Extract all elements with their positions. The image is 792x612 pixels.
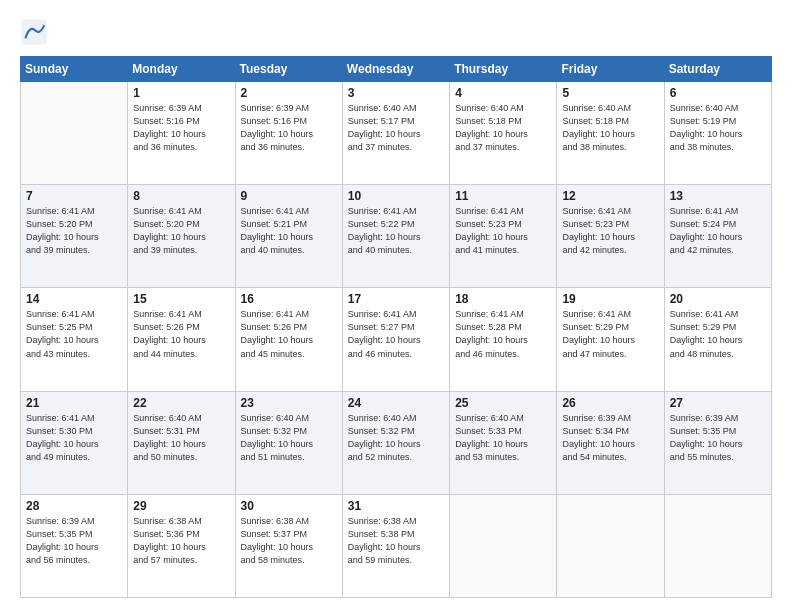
day-info: Sunrise: 6:41 AM Sunset: 5:23 PM Dayligh… bbox=[562, 205, 658, 257]
calendar-day-header: Saturday bbox=[664, 57, 771, 82]
calendar-cell bbox=[664, 494, 771, 597]
day-number: 4 bbox=[455, 86, 551, 100]
day-info: Sunrise: 6:41 AM Sunset: 5:25 PM Dayligh… bbox=[26, 308, 122, 360]
day-number: 15 bbox=[133, 292, 229, 306]
page: SundayMondayTuesdayWednesdayThursdayFrid… bbox=[0, 0, 792, 612]
calendar-cell: 8Sunrise: 6:41 AM Sunset: 5:20 PM Daylig… bbox=[128, 185, 235, 288]
day-info: Sunrise: 6:41 AM Sunset: 5:30 PM Dayligh… bbox=[26, 412, 122, 464]
calendar-cell: 28Sunrise: 6:39 AM Sunset: 5:35 PM Dayli… bbox=[21, 494, 128, 597]
day-info: Sunrise: 6:41 AM Sunset: 5:20 PM Dayligh… bbox=[26, 205, 122, 257]
calendar-cell: 16Sunrise: 6:41 AM Sunset: 5:26 PM Dayli… bbox=[235, 288, 342, 391]
day-number: 7 bbox=[26, 189, 122, 203]
logo bbox=[20, 18, 52, 46]
day-number: 23 bbox=[241, 396, 337, 410]
day-number: 20 bbox=[670, 292, 766, 306]
calendar-cell: 29Sunrise: 6:38 AM Sunset: 5:36 PM Dayli… bbox=[128, 494, 235, 597]
day-number: 24 bbox=[348, 396, 444, 410]
day-number: 19 bbox=[562, 292, 658, 306]
calendar-cell: 9Sunrise: 6:41 AM Sunset: 5:21 PM Daylig… bbox=[235, 185, 342, 288]
calendar-day-header: Sunday bbox=[21, 57, 128, 82]
calendar-cell: 25Sunrise: 6:40 AM Sunset: 5:33 PM Dayli… bbox=[450, 391, 557, 494]
calendar-cell: 21Sunrise: 6:41 AM Sunset: 5:30 PM Dayli… bbox=[21, 391, 128, 494]
day-number: 17 bbox=[348, 292, 444, 306]
day-number: 2 bbox=[241, 86, 337, 100]
svg-rect-0 bbox=[21, 19, 46, 44]
calendar-cell: 24Sunrise: 6:40 AM Sunset: 5:32 PM Dayli… bbox=[342, 391, 449, 494]
calendar-cell: 12Sunrise: 6:41 AM Sunset: 5:23 PM Dayli… bbox=[557, 185, 664, 288]
calendar-day-header: Thursday bbox=[450, 57, 557, 82]
day-info: Sunrise: 6:41 AM Sunset: 5:22 PM Dayligh… bbox=[348, 205, 444, 257]
calendar-table: SundayMondayTuesdayWednesdayThursdayFrid… bbox=[20, 56, 772, 598]
calendar-header-row: SundayMondayTuesdayWednesdayThursdayFrid… bbox=[21, 57, 772, 82]
calendar-week-row: 28Sunrise: 6:39 AM Sunset: 5:35 PM Dayli… bbox=[21, 494, 772, 597]
day-info: Sunrise: 6:38 AM Sunset: 5:36 PM Dayligh… bbox=[133, 515, 229, 567]
day-number: 18 bbox=[455, 292, 551, 306]
day-number: 30 bbox=[241, 499, 337, 513]
calendar-week-row: 21Sunrise: 6:41 AM Sunset: 5:30 PM Dayli… bbox=[21, 391, 772, 494]
day-info: Sunrise: 6:40 AM Sunset: 5:32 PM Dayligh… bbox=[241, 412, 337, 464]
day-number: 6 bbox=[670, 86, 766, 100]
day-info: Sunrise: 6:40 AM Sunset: 5:31 PM Dayligh… bbox=[133, 412, 229, 464]
calendar-cell bbox=[557, 494, 664, 597]
day-number: 26 bbox=[562, 396, 658, 410]
day-info: Sunrise: 6:41 AM Sunset: 5:29 PM Dayligh… bbox=[562, 308, 658, 360]
calendar-cell: 22Sunrise: 6:40 AM Sunset: 5:31 PM Dayli… bbox=[128, 391, 235, 494]
day-number: 10 bbox=[348, 189, 444, 203]
day-info: Sunrise: 6:41 AM Sunset: 5:21 PM Dayligh… bbox=[241, 205, 337, 257]
calendar-cell: 27Sunrise: 6:39 AM Sunset: 5:35 PM Dayli… bbox=[664, 391, 771, 494]
day-info: Sunrise: 6:39 AM Sunset: 5:35 PM Dayligh… bbox=[670, 412, 766, 464]
calendar-cell: 2Sunrise: 6:39 AM Sunset: 5:16 PM Daylig… bbox=[235, 82, 342, 185]
calendar-cell bbox=[450, 494, 557, 597]
day-info: Sunrise: 6:40 AM Sunset: 5:18 PM Dayligh… bbox=[455, 102, 551, 154]
calendar-cell: 18Sunrise: 6:41 AM Sunset: 5:28 PM Dayli… bbox=[450, 288, 557, 391]
day-info: Sunrise: 6:39 AM Sunset: 5:35 PM Dayligh… bbox=[26, 515, 122, 567]
day-info: Sunrise: 6:39 AM Sunset: 5:16 PM Dayligh… bbox=[133, 102, 229, 154]
day-number: 8 bbox=[133, 189, 229, 203]
day-info: Sunrise: 6:40 AM Sunset: 5:17 PM Dayligh… bbox=[348, 102, 444, 154]
calendar-cell: 14Sunrise: 6:41 AM Sunset: 5:25 PM Dayli… bbox=[21, 288, 128, 391]
calendar-cell: 5Sunrise: 6:40 AM Sunset: 5:18 PM Daylig… bbox=[557, 82, 664, 185]
day-number: 31 bbox=[348, 499, 444, 513]
day-info: Sunrise: 6:38 AM Sunset: 5:37 PM Dayligh… bbox=[241, 515, 337, 567]
day-info: Sunrise: 6:41 AM Sunset: 5:28 PM Dayligh… bbox=[455, 308, 551, 360]
calendar-day-header: Wednesday bbox=[342, 57, 449, 82]
day-info: Sunrise: 6:41 AM Sunset: 5:26 PM Dayligh… bbox=[241, 308, 337, 360]
day-number: 28 bbox=[26, 499, 122, 513]
day-number: 5 bbox=[562, 86, 658, 100]
calendar-cell: 10Sunrise: 6:41 AM Sunset: 5:22 PM Dayli… bbox=[342, 185, 449, 288]
header bbox=[20, 18, 772, 46]
day-number: 22 bbox=[133, 396, 229, 410]
day-number: 13 bbox=[670, 189, 766, 203]
day-info: Sunrise: 6:40 AM Sunset: 5:32 PM Dayligh… bbox=[348, 412, 444, 464]
calendar-cell: 6Sunrise: 6:40 AM Sunset: 5:19 PM Daylig… bbox=[664, 82, 771, 185]
calendar-cell: 30Sunrise: 6:38 AM Sunset: 5:37 PM Dayli… bbox=[235, 494, 342, 597]
calendar-cell: 31Sunrise: 6:38 AM Sunset: 5:38 PM Dayli… bbox=[342, 494, 449, 597]
calendar-cell: 1Sunrise: 6:39 AM Sunset: 5:16 PM Daylig… bbox=[128, 82, 235, 185]
day-number: 21 bbox=[26, 396, 122, 410]
calendar-cell: 23Sunrise: 6:40 AM Sunset: 5:32 PM Dayli… bbox=[235, 391, 342, 494]
day-info: Sunrise: 6:41 AM Sunset: 5:29 PM Dayligh… bbox=[670, 308, 766, 360]
calendar-cell: 15Sunrise: 6:41 AM Sunset: 5:26 PM Dayli… bbox=[128, 288, 235, 391]
day-info: Sunrise: 6:39 AM Sunset: 5:34 PM Dayligh… bbox=[562, 412, 658, 464]
calendar-cell: 7Sunrise: 6:41 AM Sunset: 5:20 PM Daylig… bbox=[21, 185, 128, 288]
day-number: 9 bbox=[241, 189, 337, 203]
day-info: Sunrise: 6:38 AM Sunset: 5:38 PM Dayligh… bbox=[348, 515, 444, 567]
day-info: Sunrise: 6:41 AM Sunset: 5:27 PM Dayligh… bbox=[348, 308, 444, 360]
calendar-cell: 19Sunrise: 6:41 AM Sunset: 5:29 PM Dayli… bbox=[557, 288, 664, 391]
day-info: Sunrise: 6:41 AM Sunset: 5:23 PM Dayligh… bbox=[455, 205, 551, 257]
calendar-cell: 20Sunrise: 6:41 AM Sunset: 5:29 PM Dayli… bbox=[664, 288, 771, 391]
calendar-week-row: 14Sunrise: 6:41 AM Sunset: 5:25 PM Dayli… bbox=[21, 288, 772, 391]
day-info: Sunrise: 6:40 AM Sunset: 5:33 PM Dayligh… bbox=[455, 412, 551, 464]
day-info: Sunrise: 6:41 AM Sunset: 5:20 PM Dayligh… bbox=[133, 205, 229, 257]
calendar-day-header: Tuesday bbox=[235, 57, 342, 82]
day-number: 29 bbox=[133, 499, 229, 513]
day-info: Sunrise: 6:39 AM Sunset: 5:16 PM Dayligh… bbox=[241, 102, 337, 154]
day-number: 11 bbox=[455, 189, 551, 203]
generalblue-logo-icon bbox=[20, 18, 48, 46]
day-info: Sunrise: 6:40 AM Sunset: 5:19 PM Dayligh… bbox=[670, 102, 766, 154]
calendar-day-header: Monday bbox=[128, 57, 235, 82]
day-info: Sunrise: 6:41 AM Sunset: 5:26 PM Dayligh… bbox=[133, 308, 229, 360]
calendar-cell: 13Sunrise: 6:41 AM Sunset: 5:24 PM Dayli… bbox=[664, 185, 771, 288]
calendar-week-row: 7Sunrise: 6:41 AM Sunset: 5:20 PM Daylig… bbox=[21, 185, 772, 288]
calendar-week-row: 1Sunrise: 6:39 AM Sunset: 5:16 PM Daylig… bbox=[21, 82, 772, 185]
